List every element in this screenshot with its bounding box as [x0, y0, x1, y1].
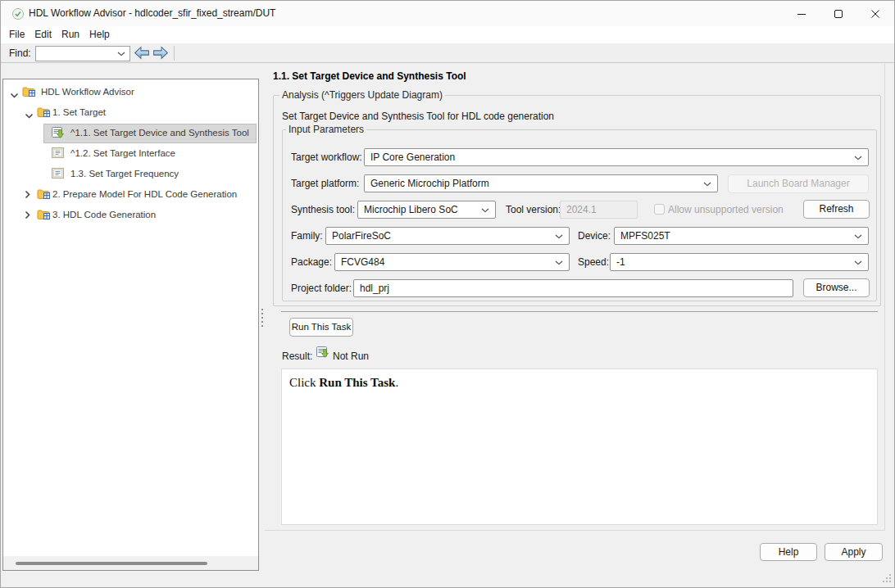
- device-select[interactable]: MPFS025T: [614, 227, 869, 245]
- result-message-box: Click Run This Task.: [281, 369, 878, 525]
- task-panel: 1.1. Set Target Device and Synthesis Too…: [265, 64, 885, 531]
- tree-item-set-target-frequency[interactable]: 1.3. Set Target Frequency: [3, 164, 258, 184]
- menu-file[interactable]: File: [4, 26, 30, 43]
- tool-version-label: Tool version:: [506, 201, 561, 219]
- tree-item-set-target[interactable]: 1. Set Target: [3, 102, 258, 123]
- toolbar-separator: [174, 46, 175, 61]
- workflow-folder-icon: [37, 188, 51, 202]
- app-icon: [11, 7, 25, 20]
- task-run-icon: [52, 127, 66, 142]
- menu-edit[interactable]: Edit: [30, 26, 57, 43]
- synthesis-tool-select[interactable]: Microchip Libero SoC: [357, 201, 496, 219]
- scrollbar-thumb[interactable]: [16, 562, 207, 565]
- family-value: PolarFireSoC: [332, 230, 391, 242]
- project-folder-input[interactable]: hdl_prj: [353, 279, 793, 297]
- device-value: MPFS025T: [620, 230, 670, 242]
- target-platform-value: Generic Microchip Platform: [370, 178, 489, 189]
- find-next-button[interactable]: [152, 46, 169, 61]
- section-separator: [281, 311, 878, 312]
- tree-item-set-target-interface[interactable]: ^1.2. Set Target Interface: [3, 143, 258, 164]
- family-label: Family:: [291, 227, 323, 245]
- task-icon: [52, 147, 64, 161]
- package-value: FCVG484: [341, 256, 384, 268]
- apply-button[interactable]: Apply: [825, 543, 883, 561]
- title-bar: HDL Workflow Advisor - hdlcoder_sfir_fix…: [1, 1, 894, 26]
- menu-run[interactable]: Run: [57, 26, 84, 43]
- tool-version-field: 2024.1: [560, 201, 638, 219]
- browse-button[interactable]: Browse...: [803, 278, 870, 297]
- result-message: Click Run This Task.: [289, 376, 398, 390]
- run-this-task-button[interactable]: Run This Task: [289, 318, 353, 337]
- package-select[interactable]: FCVG484: [334, 253, 570, 271]
- target-workflow-value: IP Core Generation: [370, 152, 455, 163]
- tree-item-set-target-device[interactable]: ^1.1. Set Target Device and Synthesis To…: [3, 123, 258, 143]
- find-label: Find:: [9, 43, 31, 63]
- result-message-suffix: .: [395, 376, 398, 389]
- find-toolbar: Find:: [1, 43, 894, 63]
- help-button[interactable]: Help: [760, 543, 817, 561]
- refresh-button[interactable]: Refresh: [803, 200, 870, 219]
- device-label: Device:: [578, 227, 611, 245]
- result-status-icon: [316, 346, 330, 362]
- target-workflow-label: Target workflow:: [291, 148, 362, 166]
- task-heading: 1.1. Set Target Device and Synthesis Too…: [273, 70, 466, 82]
- launch-board-manager-button[interactable]: Launch Board Manager: [728, 174, 869, 193]
- allow-unsupported-label: Allow unsupported version: [668, 201, 784, 219]
- chevron-right-icon[interactable]: [25, 210, 30, 222]
- speed-label: Speed:: [578, 253, 609, 271]
- window-title: HDL Workflow Advisor - hdlcoder_sfir_fix…: [29, 1, 275, 26]
- chevron-down-icon[interactable]: [25, 110, 34, 121]
- minimize-button[interactable]: [783, 1, 820, 26]
- synthesis-tool-value: Microchip Libero SoC: [364, 204, 458, 215]
- result-label: Result:: [282, 350, 312, 363]
- resize-grip-icon[interactable]: [883, 574, 892, 586]
- panel-splitter[interactable]: [261, 309, 264, 327]
- allow-unsupported-checkbox[interactable]: [654, 204, 665, 215]
- target-workflow-select[interactable]: IP Core Generation: [364, 148, 869, 166]
- project-folder-label: Project folder:: [291, 279, 352, 297]
- speed-value: -1: [616, 256, 625, 268]
- target-platform-select[interactable]: Generic Microchip Platform: [364, 174, 718, 192]
- task-description: Set Target Device and Synthesis Tool for…: [282, 111, 554, 122]
- result-status-text: Not Run: [333, 350, 369, 363]
- speed-select[interactable]: -1: [610, 253, 869, 271]
- tree-item-prepare-model[interactable]: 2. Prepare Model For HDL Code Generation: [3, 184, 258, 205]
- menu-bar: File Edit Run Help: [1, 26, 894, 43]
- family-select[interactable]: PolarFireSoC: [325, 227, 570, 245]
- workflow-folder-icon: [37, 106, 51, 120]
- close-button[interactable]: [856, 1, 893, 26]
- result-message-prefix: Click: [289, 376, 319, 389]
- task-icon: [52, 168, 64, 181]
- package-label: Package:: [291, 253, 332, 271]
- synthesis-tool-label: Synthesis tool:: [291, 201, 355, 219]
- chevron-down-icon[interactable]: [10, 89, 19, 101]
- target-platform-label: Target platform:: [291, 174, 359, 192]
- workflow-tree: HDL Workflow Advisor 1. Set Target: [2, 79, 259, 571]
- menu-help[interactable]: Help: [84, 26, 115, 43]
- result-message-action: Run This Task: [319, 376, 395, 389]
- workflow-folder-icon: [37, 209, 51, 223]
- find-input[interactable]: [35, 46, 130, 61]
- tree-item-hdl-workflow-advisor[interactable]: HDL Workflow Advisor: [3, 82, 258, 102]
- analysis-legend: Analysis (^Triggers Update Diagram): [279, 89, 445, 101]
- workflow-folder-icon: [22, 86, 36, 100]
- tree-item-hdl-code-generation[interactable]: 3. HDL Code Generation: [3, 205, 258, 225]
- maximize-button[interactable]: [820, 1, 856, 26]
- input-parameters-legend: Input Parameters: [286, 124, 366, 135]
- find-previous-button[interactable]: [134, 46, 150, 61]
- chevron-right-icon[interactable]: [25, 190, 30, 201]
- tree-horizontal-scrollbar[interactable]: [3, 556, 258, 570]
